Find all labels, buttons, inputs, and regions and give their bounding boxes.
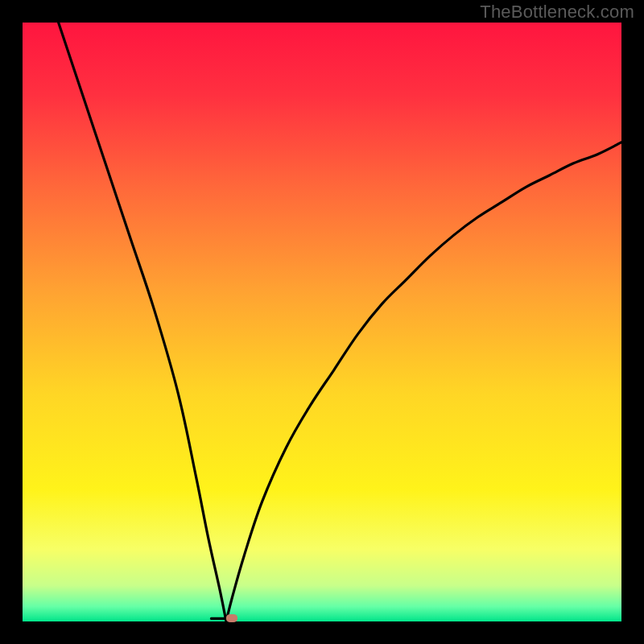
gradient-background bbox=[23, 23, 621, 621]
plot-svg bbox=[23, 23, 621, 621]
minimum-marker-icon bbox=[226, 614, 237, 622]
watermark-text: TheBottleneck.com bbox=[480, 2, 634, 23]
chart-frame: TheBottleneck.com bbox=[0, 0, 644, 644]
plot-area bbox=[23, 23, 621, 621]
